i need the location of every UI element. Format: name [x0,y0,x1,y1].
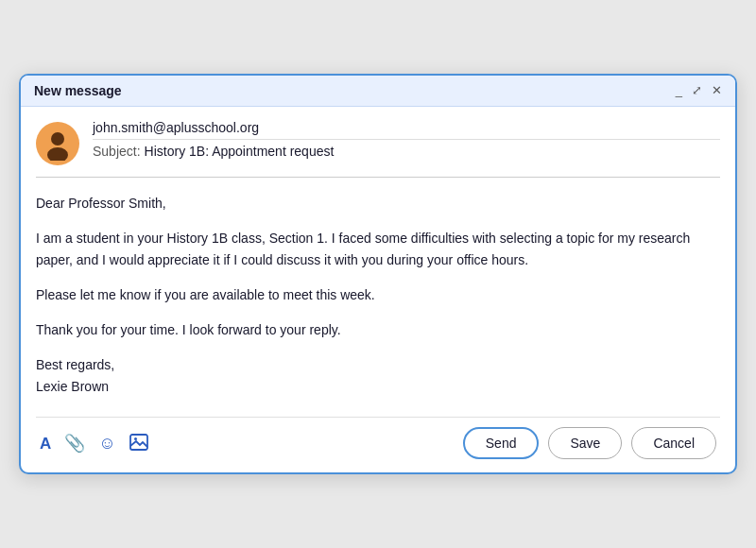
emoji-icon[interactable]: ☺ [98,435,115,452]
compose-footer: A 📎 ☺ Send Save Cancel [36,417,720,463]
insert-image-icon[interactable] [129,434,148,454]
avatar [36,122,79,165]
send-button[interactable]: Send [463,427,540,459]
subject-row: Subject: History 1B: Appointment request [93,144,720,159]
svg-point-3 [134,437,137,440]
subject-field[interactable]: History 1B: Appointment request [145,144,335,159]
close-button[interactable]: ✕ [712,84,722,96]
titlebar: New message _ ⤢ ✕ [21,76,735,107]
window-controls: _ ⤢ ✕ [676,84,722,96]
signature: Lexie Brown [36,379,109,394]
greeting: Dear Professor Smith, [36,193,720,214]
to-field[interactable]: john.smith@aplusschool.org [93,120,720,140]
email-body[interactable]: Dear Professor Smith, I am a student in … [36,193,720,408]
paragraph-1: I am a student in your History 1B class,… [36,228,720,271]
minimize-button[interactable]: _ [676,84,682,96]
paragraph-3: Thank you for your time. I look forward … [36,319,720,341]
email-header: john.smith@aplusschool.org Subject: Hist… [36,120,720,178]
save-button[interactable]: Save [548,427,622,459]
svg-point-1 [47,147,68,161]
closing: Best regards, [36,357,114,372]
format-text-icon[interactable]: A [40,436,51,452]
action-buttons: Send Save Cancel [463,427,716,459]
maximize-button[interactable]: ⤢ [692,84,702,96]
attach-file-icon[interactable]: 📎 [64,435,85,452]
paragraph-2: Please let me know if you are available … [36,284,720,306]
svg-point-0 [51,132,64,146]
header-fields: john.smith@aplusschool.org Subject: Hist… [93,120,720,159]
subject-label: Subject: [93,144,141,159]
compose-content: john.smith@aplusschool.org Subject: Hist… [21,107,735,473]
formatting-toolbar: A 📎 ☺ [40,434,148,454]
svg-rect-2 [130,435,147,450]
compose-window: New message _ ⤢ ✕ john.smith@aplusschool… [19,74,737,475]
window-title: New message [34,83,122,98]
closing-signature: Best regards, Lexie Brown [36,354,720,398]
cancel-button[interactable]: Cancel [631,427,716,459]
